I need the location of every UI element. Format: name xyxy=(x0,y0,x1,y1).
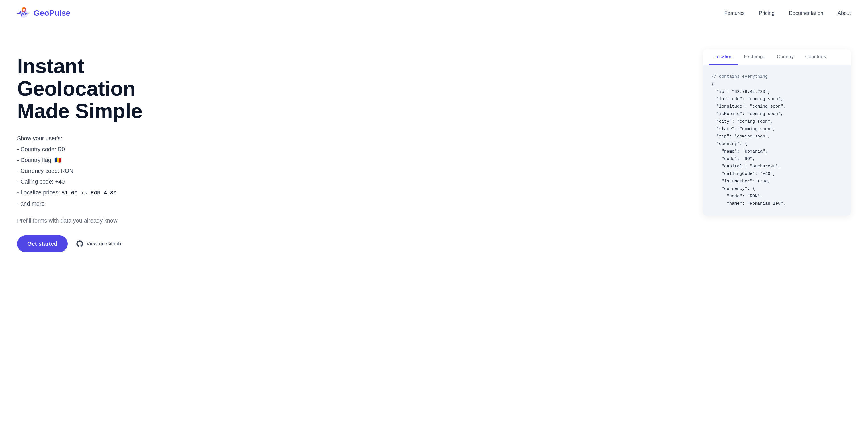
nav-documentation[interactable]: Documentation xyxy=(789,10,823,16)
github-icon xyxy=(76,240,84,248)
bullet-flag: - Country flag: 🇷🇴 xyxy=(17,157,62,163)
tab-country[interactable]: Country xyxy=(771,49,800,65)
code-content: // contains everything { "ip": "82.78.44… xyxy=(703,65,851,216)
code-panel: Location Exchange Country Countries // c… xyxy=(703,49,851,216)
prefill-text: Prefill forms with data you already know xyxy=(17,218,194,224)
cta-row: Get started View on Github xyxy=(17,235,194,252)
get-started-button[interactable]: Get started xyxy=(17,235,68,252)
hero-bullets: Show your user's: - Country code: R0 - C… xyxy=(17,133,194,209)
code-tabs: Location Exchange Country Countries xyxy=(703,49,851,65)
hero-title: Instant Geolocation Made Simple xyxy=(17,55,194,123)
nav-links: Features Pricing Documentation About xyxy=(724,10,851,16)
logo-icon xyxy=(17,6,31,20)
navbar: GeoPulse Features Pricing Documentation … xyxy=(0,0,868,27)
hero-section: Instant Geolocation Made Simple Show you… xyxy=(0,27,868,269)
nav-features[interactable]: Features xyxy=(724,10,745,16)
code-panel-container: Location Exchange Country Countries // c… xyxy=(703,49,851,216)
logo[interactable]: GeoPulse xyxy=(17,6,70,20)
tab-exchange[interactable]: Exchange xyxy=(738,49,771,65)
nav-about[interactable]: About xyxy=(838,10,851,16)
hero-left: Instant Geolocation Made Simple Show you… xyxy=(17,49,194,252)
nav-pricing[interactable]: Pricing xyxy=(759,10,775,16)
logo-label: GeoPulse xyxy=(34,8,70,18)
svg-point-2 xyxy=(23,9,25,11)
tab-location[interactable]: Location xyxy=(709,49,738,65)
github-link[interactable]: View on Github xyxy=(76,240,121,248)
github-label: View on Github xyxy=(87,241,121,247)
tab-countries[interactable]: Countries xyxy=(799,49,832,65)
